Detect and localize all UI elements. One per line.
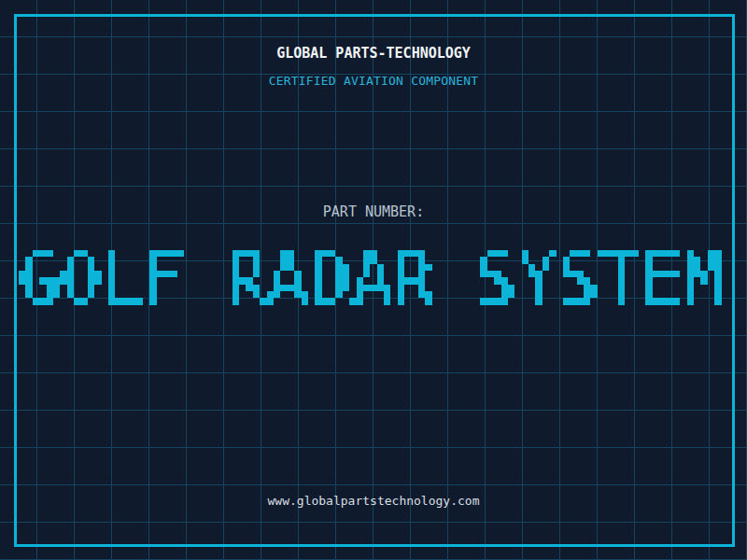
company-name: GLOBAL PARTS-TECHNOLOGY	[0, 46, 747, 62]
page: GLOBAL PARTS-TECHNOLOGY CERTIFIED AVIATI…	[0, 0, 747, 560]
certification-subtitle: CERTIFIED AVIATION COMPONENT	[0, 75, 747, 88]
part-name-display	[0, 233, 747, 317]
part-number-label: PART NUMBER:	[0, 204, 747, 220]
website-url: www.globalpartstechnology.com	[0, 495, 747, 508]
